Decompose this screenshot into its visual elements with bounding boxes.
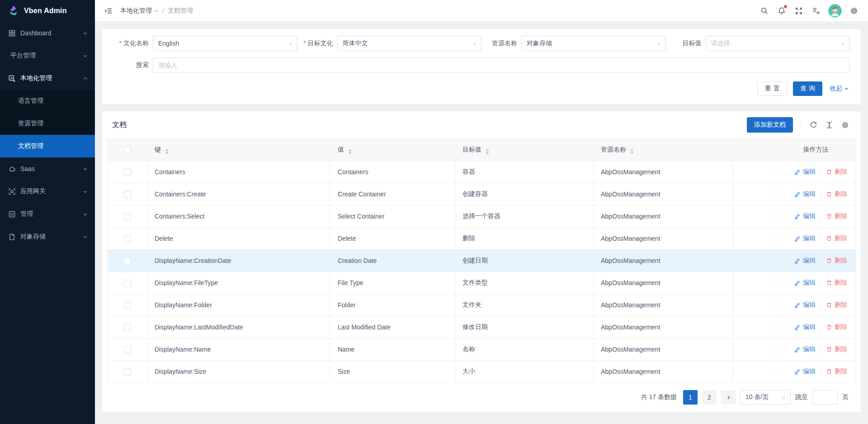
row-checkbox[interactable] bbox=[124, 235, 131, 243]
edit-button[interactable]: 编辑 bbox=[794, 234, 816, 243]
culture-name-label: 文化名称 bbox=[113, 39, 153, 48]
delete-button[interactable]: 删除 bbox=[826, 212, 847, 220]
search-label: 搜索 bbox=[113, 61, 153, 69]
sort-icon[interactable] bbox=[486, 149, 489, 154]
manage-icon bbox=[8, 210, 16, 218]
action-divider bbox=[821, 325, 821, 331]
chevron-down-icon bbox=[472, 41, 477, 46]
edit-button[interactable]: 编辑 bbox=[794, 257, 816, 265]
row-checkbox[interactable] bbox=[124, 213, 131, 220]
edit-button[interactable]: 编辑 bbox=[794, 190, 816, 198]
add-document-button[interactable]: 添加新文档 bbox=[747, 117, 793, 133]
chevron-right-icon bbox=[726, 395, 731, 400]
edit-button[interactable]: 编辑 bbox=[794, 212, 816, 220]
action-divider bbox=[821, 192, 821, 198]
edit-button[interactable]: 编辑 bbox=[794, 301, 816, 309]
select-all-checkbox[interactable] bbox=[124, 147, 131, 154]
search-input[interactable] bbox=[153, 57, 850, 73]
query-button[interactable]: 查询 bbox=[793, 81, 822, 96]
edit-button[interactable]: 编辑 bbox=[794, 345, 816, 353]
edit-label: 编辑 bbox=[803, 234, 816, 243]
sort-icon[interactable] bbox=[165, 149, 169, 154]
sort-icon[interactable] bbox=[630, 149, 634, 154]
culture-name-select[interactable]: English bbox=[153, 36, 297, 51]
column-height-icon[interactable] bbox=[826, 121, 833, 129]
collapse-link[interactable]: 收起 bbox=[830, 85, 849, 93]
app-logo[interactable]: Vben Admin bbox=[0, 0, 95, 22]
column-header-key[interactable]: 键 bbox=[147, 139, 330, 161]
delete-button[interactable]: 删除 bbox=[826, 301, 847, 309]
menu-fold-icon[interactable] bbox=[101, 4, 116, 18]
pencil-icon bbox=[794, 324, 801, 330]
delete-button[interactable]: 删除 bbox=[826, 168, 847, 176]
row-checkbox[interactable] bbox=[124, 280, 131, 287]
refresh-icon[interactable] bbox=[810, 121, 817, 129]
search-icon[interactable] bbox=[756, 0, 773, 22]
jump-page-input[interactable] bbox=[812, 390, 838, 405]
delete-button[interactable]: 删除 bbox=[826, 345, 847, 353]
pencil-icon bbox=[794, 368, 801, 375]
search-field: 搜索 bbox=[113, 57, 850, 73]
page-size-select[interactable]: 10 条/页 bbox=[740, 390, 791, 405]
cell-value: File Type bbox=[330, 272, 455, 294]
sort-icon[interactable] bbox=[348, 149, 352, 154]
documents-table: 键 值 目标值 资源名称 操作方法 bbox=[107, 138, 856, 383]
cell-empty bbox=[733, 183, 776, 205]
table-row: DisplayName:FileType File Type 文件类型 AbpO… bbox=[108, 272, 856, 294]
row-checkbox[interactable] bbox=[124, 324, 131, 331]
row-checkbox[interactable] bbox=[124, 368, 131, 376]
delete-button[interactable]: 删除 bbox=[826, 323, 847, 331]
delete-label: 删除 bbox=[835, 345, 847, 353]
delete-button[interactable]: 删除 bbox=[826, 190, 847, 198]
cell-actions: 编辑删除 bbox=[776, 161, 856, 183]
delete-button[interactable]: 删除 bbox=[826, 367, 847, 376]
sidebar-item-resource-management[interactable]: 资源管理 bbox=[0, 112, 95, 135]
sidebar-item-platform[interactable]: 平台管理 bbox=[0, 44, 95, 67]
row-checkbox[interactable] bbox=[124, 169, 131, 176]
notification-bell-icon[interactable] bbox=[773, 0, 790, 22]
sidebar-item-object-storage[interactable]: 对象存储 bbox=[0, 225, 95, 248]
next-page-button[interactable] bbox=[721, 390, 736, 405]
action-divider bbox=[821, 259, 821, 265]
sidebar-item-localization[interactable]: A 本地化管理 bbox=[0, 67, 95, 90]
delete-label: 删除 bbox=[835, 279, 847, 287]
page-button-1[interactable]: 1 bbox=[683, 390, 698, 405]
sidebar-item-language-management[interactable]: 语言管理 bbox=[0, 90, 95, 112]
table-settings-gear-icon[interactable] bbox=[841, 121, 849, 129]
sidebar-item-document-management[interactable]: 文档管理 bbox=[0, 135, 95, 157]
target-value-select[interactable]: 请选择 bbox=[706, 36, 850, 51]
translate-icon[interactable]: 文 A bbox=[807, 0, 825, 22]
fullscreen-icon[interactable] bbox=[790, 0, 807, 22]
settings-gear-icon[interactable] bbox=[845, 0, 863, 22]
avatar[interactable] bbox=[828, 4, 842, 18]
sidebar-item-dashboard[interactable]: Dashboard bbox=[0, 22, 95, 44]
row-checkbox[interactable] bbox=[124, 191, 131, 198]
sidebar-item-management[interactable]: 管理 bbox=[0, 203, 95, 225]
row-checkbox[interactable] bbox=[124, 302, 131, 309]
cell-key: DisplayName:Name bbox=[147, 338, 330, 361]
delete-button[interactable]: 删除 bbox=[826, 257, 847, 265]
table-row: DisplayName:Size Size 大小 AbpOssManagemen… bbox=[108, 361, 856, 383]
edit-button[interactable]: 编辑 bbox=[794, 367, 816, 376]
column-header-resource-name[interactable]: 资源名称 bbox=[594, 139, 733, 161]
row-checkbox[interactable] bbox=[124, 346, 131, 353]
delete-button[interactable]: 删除 bbox=[826, 234, 847, 243]
edit-button[interactable]: 编辑 bbox=[794, 168, 816, 176]
page-button-2[interactable]: 2 bbox=[702, 390, 717, 405]
row-checkbox[interactable] bbox=[124, 257, 131, 265]
column-header-value[interactable]: 值 bbox=[330, 139, 455, 161]
cell-resource: AbpOssManagement bbox=[594, 338, 733, 361]
resource-name-select[interactable]: 对象存储 bbox=[521, 36, 666, 51]
reset-button[interactable]: 重置 bbox=[758, 81, 787, 96]
column-header-target-value[interactable]: 目标值 bbox=[455, 139, 594, 161]
sidebar-item-gateway[interactable]: 应用网关 bbox=[0, 180, 95, 203]
sidebar-menu: Dashboard 平台管理 A 本 bbox=[0, 22, 95, 424]
target-culture-select[interactable]: 简体中文 bbox=[337, 36, 482, 51]
cell-actions: 编辑删除 bbox=[776, 338, 856, 361]
edit-button[interactable]: 编辑 bbox=[794, 279, 816, 287]
breadcrumb-parent[interactable]: 本地化管理 bbox=[120, 7, 159, 15]
sidebar-item-saas[interactable]: Saas bbox=[0, 157, 95, 180]
edit-button[interactable]: 编辑 bbox=[794, 323, 816, 331]
delete-button[interactable]: 删除 bbox=[826, 279, 847, 287]
delete-label: 删除 bbox=[835, 168, 847, 176]
